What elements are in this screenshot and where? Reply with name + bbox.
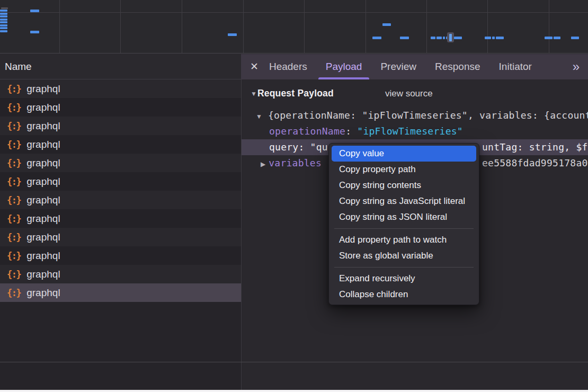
request-row[interactable]: {:}graphql [0, 172, 241, 191]
request-row[interactable]: {:}graphql [0, 98, 241, 117]
overview-gridline [243, 0, 244, 53]
waterfall-bar [382, 23, 391, 26]
column-header-name[interactable]: Name [0, 54, 241, 79]
waterfall-bar [454, 37, 462, 39]
request-list: {:}graphql{:}graphql{:}graphql{:}graphql… [0, 79, 241, 362]
request-row[interactable]: {:}graphql [0, 246, 241, 265]
request-row[interactable]: {:}graphql [0, 135, 241, 154]
json-request-icon: {:} [7, 269, 21, 280]
menu-separator [334, 267, 474, 268]
request-row[interactable]: {:}graphql [0, 191, 241, 209]
waterfall-bar [30, 10, 39, 12]
overview-gridline [59, 0, 60, 53]
tab-payload[interactable]: Payload [318, 54, 370, 79]
overview-gridline [182, 0, 182, 53]
json-request-icon: {:} [7, 251, 21, 261]
json-request-icon: {:} [7, 176, 21, 187]
waterfall-bar [1, 7, 8, 9]
waterfall-bar [436, 37, 442, 39]
json-request-icon: {:} [7, 84, 21, 94]
page-bottom-edge [0, 390, 588, 392]
section-title: Request Payload [257, 88, 334, 99]
waterfall-bar [400, 37, 409, 39]
waterfall-bar [0, 21, 7, 23]
request-row[interactable]: {:}graphql [0, 117, 241, 135]
request-row[interactable]: {:}graphql [0, 265, 241, 283]
query-fragment-left: query: "qu [269, 141, 328, 153]
menu-item-add-property-path-to-watch[interactable]: Add property path to watch [332, 232, 476, 248]
json-request-icon: {:} [7, 232, 21, 243]
tab-headers[interactable]: Headers [261, 54, 315, 79]
request-name: graphql [26, 231, 60, 243]
overview-divider-line [0, 12, 588, 13]
selected-request-marker-bar [449, 34, 452, 41]
view-source-link[interactable]: view source [385, 88, 433, 99]
waterfall-bar [545, 37, 553, 39]
root-preview-text: {operationName: "ipFlowTimeseries", vari… [268, 110, 588, 121]
waterfall-bar [554, 37, 560, 39]
property-value-string: "ipFlowTimeseries" [357, 126, 463, 137]
query-fragment-right: untTag: string, $f [482, 139, 588, 155]
request-name: graphql [26, 176, 60, 188]
waterfall-bar [0, 30, 7, 32]
expand-arrow-icon[interactable]: ▶ [261, 161, 265, 168]
overview-gridline [304, 0, 305, 53]
waterfall-bar [485, 37, 491, 39]
waterfall-bar [30, 31, 39, 33]
menu-item-copy-value[interactable]: Copy value [332, 146, 476, 162]
json-request-icon: {:} [7, 195, 21, 206]
request-row[interactable]: {:}graphql [0, 79, 241, 98]
name-column-label: Name [5, 61, 32, 72]
menu-item-copy-property-path[interactable]: Copy property path [332, 162, 476, 177]
close-icon[interactable]: ✕ [250, 54, 259, 79]
request-name: graphql [26, 83, 60, 95]
menu-separator [334, 228, 474, 229]
request-name: graphql [26, 157, 60, 169]
expand-arrow-icon[interactable]: ▼ [256, 113, 262, 120]
menu-item-copy-string-as-json-literal[interactable]: Copy string as JSON literal [332, 209, 476, 225]
waterfall-bar [0, 19, 7, 21]
payload-operationname-row[interactable]: operationName: "ipFlowTimeseries" [242, 123, 588, 139]
request-name: graphql [26, 287, 60, 299]
tab-response[interactable]: Response [427, 54, 488, 79]
request-row[interactable]: {:}graphql [0, 228, 241, 246]
waterfall-bar [443, 37, 445, 39]
menu-item-collapse-children[interactable]: Collapse children [332, 287, 476, 302]
menu-item-copy-string-as-javascript-literal[interactable]: Copy string as JavaScript literal [332, 193, 476, 209]
tab-preview[interactable]: Preview [372, 54, 424, 79]
request-row[interactable]: {:}graphql [0, 209, 241, 228]
variables-fragment-right: ee5588fdad995178a0 [482, 155, 588, 171]
waterfall-bar [492, 37, 495, 39]
payload-root-row[interactable]: ▼ {operationName: "ipFlowTimeseries", va… [242, 108, 588, 123]
menu-item-store-as-global-variable[interactable]: Store as global variable [332, 248, 476, 264]
json-request-icon: {:} [7, 121, 21, 131]
waterfall-bar [0, 24, 7, 26]
request-name: graphql [26, 120, 60, 132]
request-row[interactable]: {:}graphql [0, 154, 241, 172]
json-request-icon: {:} [7, 213, 21, 224]
devtools-network-panel: { "colors": { "waterfall_bar_blue": "#4e… [0, 0, 588, 392]
waterfall-bar [0, 27, 7, 29]
detail-tab-bar: ✕ HeadersPayloadPreviewResponseInitiator… [241, 54, 588, 79]
overview-gridline [487, 0, 488, 53]
request-name: graphql [26, 269, 60, 280]
waterfall-bar [0, 15, 7, 17]
waterfall-bar [228, 33, 237, 36]
network-overview[interactable] [0, 0, 588, 54]
menu-item-expand-recursively[interactable]: Expand recursively [332, 271, 476, 287]
key-value-separator: : [345, 126, 357, 137]
json-request-icon: {:} [7, 102, 21, 113]
context-menu: Copy valueCopy property pathCopy string … [328, 143, 479, 305]
request-name: graphql [26, 194, 60, 206]
footer-right [241, 362, 588, 390]
waterfall-bar [0, 13, 7, 15]
overview-gridline [120, 0, 121, 53]
waterfall-bar [496, 37, 504, 39]
request-row[interactable]: {:}graphql [0, 283, 241, 302]
waterfall-bar [571, 37, 579, 39]
collapse-triangle-icon[interactable]: ▼ [251, 90, 257, 97]
tab-initiator[interactable]: Initiator [491, 54, 540, 79]
more-tabs-icon[interactable]: » [573, 55, 580, 78]
property-key: variables [269, 157, 322, 168]
menu-item-copy-string-contents[interactable]: Copy string contents [332, 177, 476, 193]
